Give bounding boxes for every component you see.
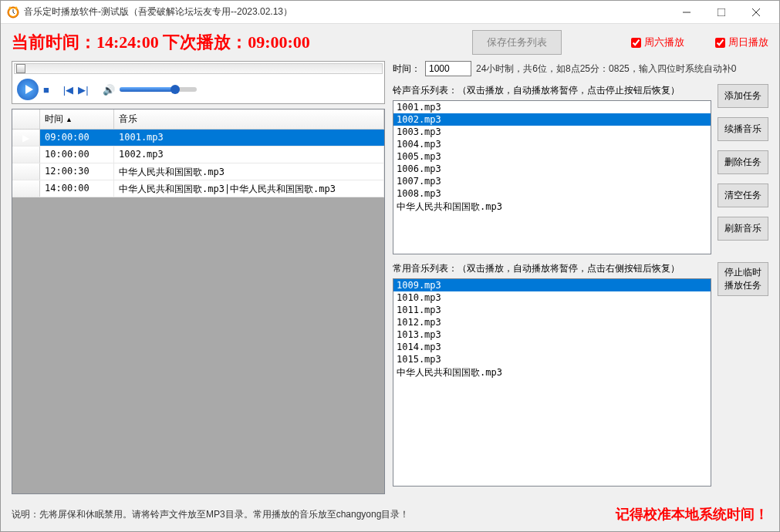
- row-indicator: [12, 163, 40, 180]
- sort-asc-icon: ▲: [66, 116, 73, 123]
- cell-music: 中华人民共和国国歌.mp3: [114, 163, 384, 180]
- volume-slider[interactable]: [120, 87, 197, 92]
- app-window: 音乐定时播放软件-测试版（吾爱破解论坛坛友专用--2023.02.13） 当前时…: [0, 0, 780, 532]
- continue-play-button[interactable]: 续播音乐: [718, 117, 768, 141]
- current-time-display: 当前时间：14:24:00 下次播放：09:00:00: [12, 31, 310, 54]
- list-item[interactable]: 1014.mp3: [393, 341, 711, 353]
- list-item[interactable]: 1010.mp3: [393, 291, 711, 304]
- footer-warning: 记得校准本地系统时间！: [616, 505, 768, 524]
- cell-time: 10:00:00: [40, 146, 114, 163]
- grid-col-music[interactable]: 音乐: [114, 109, 384, 130]
- list-item[interactable]: 1005.mp3: [393, 150, 711, 163]
- prev-button[interactable]: |◀: [63, 84, 73, 96]
- cell-music: 1001.mp3: [114, 130, 384, 146]
- clear-task-button[interactable]: 清空任务: [718, 184, 768, 207]
- list-item[interactable]: 1001.mp3: [393, 101, 711, 113]
- time-input[interactable]: [425, 61, 471, 76]
- ring-music-listbox[interactable]: 1001.mp31002.mp31003.mp31004.mp31005.mp3…: [393, 100, 711, 254]
- stop-temp-button[interactable]: 停止临时播放任务: [718, 262, 768, 296]
- svg-point-2: [9, 6, 12, 8]
- list-item[interactable]: 1013.mp3: [393, 328, 711, 341]
- titlebar: 音乐定时播放软件-测试版（吾爱破解论坛坛友专用--2023.02.13）: [1, 1, 779, 24]
- time-input-hint: 24小时制，共6位，如8点25分：0825，输入四位时系统自动补0: [476, 62, 736, 76]
- table-row[interactable]: 14:00:00中华人民共和国国歌.mp3|中华人民共和国国歌.mp3: [12, 180, 384, 197]
- close-button[interactable]: [738, 2, 773, 23]
- list-item[interactable]: 1008.mp3: [393, 187, 711, 200]
- saturday-checkbox-input[interactable]: [631, 38, 641, 48]
- seek-slider[interactable]: [14, 63, 383, 74]
- list-item[interactable]: 1003.mp3: [393, 126, 711, 138]
- sunday-checkbox-input[interactable]: [715, 38, 725, 48]
- list-item[interactable]: 1002.mp3: [393, 113, 711, 126]
- add-task-button[interactable]: 添加任务: [718, 84, 768, 108]
- list-item[interactable]: 1009.mp3: [393, 279, 711, 291]
- stop-button[interactable]: ■: [43, 84, 49, 96]
- save-task-list-button[interactable]: 保存任务列表: [472, 30, 562, 55]
- volume-icon[interactable]: 🔊: [103, 84, 115, 96]
- cell-time: 09:00:00: [40, 130, 114, 146]
- svg-point-3: [15, 6, 18, 8]
- maximize-button[interactable]: [704, 2, 738, 23]
- ring-list-label: 铃声音乐列表：（双击播放，自动播放将暂停，点击停止按钮后恢复）: [393, 84, 711, 97]
- list-item[interactable]: 中华人民共和国国歌.mp3: [393, 365, 711, 380]
- common-list-label: 常用音乐列表：（双击播放，自动播放将暂停，点击右侧按钮后恢复）: [393, 262, 711, 275]
- footer-note: 说明：先将屏保和休眠禁用。请将铃声文件放至MP3目录。常用播放的音乐放至chan…: [12, 508, 616, 521]
- next-button[interactable]: ▶|: [78, 84, 88, 96]
- time-input-label: 时间：: [393, 62, 420, 76]
- grid-col-time[interactable]: 时间 ▲: [40, 109, 114, 130]
- list-item[interactable]: 中华人民共和国国歌.mp3: [393, 200, 711, 214]
- window-title: 音乐定时播放软件-测试版（吾爱破解论坛坛友专用--2023.02.13）: [24, 5, 669, 19]
- cell-music: 1002.mp3: [114, 146, 384, 163]
- list-item[interactable]: 1012.mp3: [393, 316, 711, 328]
- refresh-music-button[interactable]: 刷新音乐: [718, 217, 768, 241]
- table-row[interactable]: ▶09:00:001001.mp3: [12, 130, 384, 146]
- media-player: ■ |◀ ▶| 🔊: [12, 61, 385, 104]
- delete-task-button[interactable]: 删除任务: [718, 150, 768, 174]
- cell-music: 中华人民共和国国歌.mp3|中华人民共和国国歌.mp3: [114, 180, 384, 197]
- row-indicator: [12, 180, 40, 197]
- header-row: 当前时间：14:24:00 下次播放：09:00:00 保存任务列表 周六播放 …: [1, 24, 779, 61]
- saturday-checkbox[interactable]: 周六播放: [631, 35, 684, 49]
- sunday-checkbox[interactable]: 周日播放: [715, 35, 768, 49]
- svg-rect-5: [718, 8, 725, 16]
- table-row[interactable]: 10:00:001002.mp3: [12, 146, 384, 163]
- common-music-listbox[interactable]: 1009.mp31010.mp31011.mp31012.mp31013.mp3…: [393, 278, 711, 487]
- cell-time: 14:00:00: [40, 180, 114, 197]
- list-item[interactable]: 1007.mp3: [393, 175, 711, 187]
- app-icon: [7, 6, 19, 19]
- list-item[interactable]: 1004.mp3: [393, 138, 711, 150]
- row-indicator: [12, 146, 40, 163]
- table-row[interactable]: 12:00:30中华人民共和国国歌.mp3: [12, 163, 384, 180]
- list-item[interactable]: 1006.mp3: [393, 163, 711, 175]
- cell-time: 12:00:30: [40, 163, 114, 180]
- list-item[interactable]: 1015.mp3: [393, 353, 711, 365]
- list-item[interactable]: 1011.mp3: [393, 304, 711, 316]
- minimize-button[interactable]: [669, 2, 704, 23]
- row-indicator: ▶: [12, 130, 40, 146]
- play-button[interactable]: [17, 79, 39, 100]
- task-grid[interactable]: 时间 ▲ 音乐 ▶09:00:001001.mp310:00:001002.mp…: [12, 109, 385, 494]
